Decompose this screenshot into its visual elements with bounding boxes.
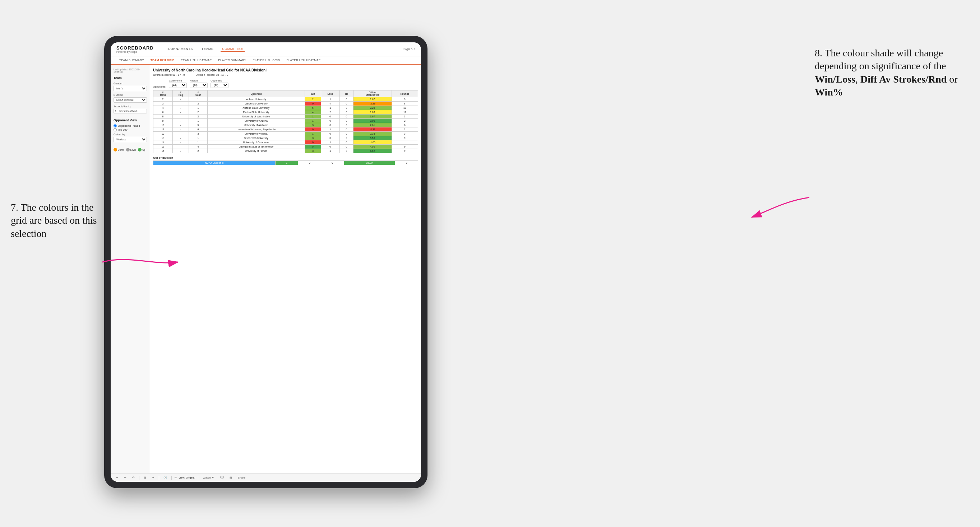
legend-level-dot — [126, 148, 130, 151]
annotation-right: 8. The colour shade will change dependin… — [815, 47, 966, 99]
tools-button[interactable]: ✂ — [151, 475, 156, 480]
opponent-filter: Opponent (All) — [210, 79, 229, 88]
tablet-frame: SCOREBOARD Powered by clippd TOURNAMENTS… — [104, 36, 428, 488]
back-button[interactable]: ↶ — [131, 475, 136, 480]
table-row: 14-1 University of Oklahoma 0 10 -1.00 — [153, 140, 418, 144]
watch-button[interactable]: Watch ▼ — [201, 475, 216, 480]
col-conf: #Conf — [189, 90, 207, 97]
main-content: Last Updated: 27/03/2024 16:55:38 Team G… — [111, 65, 421, 473]
tab-player-summary[interactable]: PLAYER SUMMARY — [215, 56, 249, 64]
opponent-view-group: Opponents Played Top 100 — [113, 124, 147, 132]
filters-row: Opponents: Conference (All) Region (All) — [153, 79, 418, 88]
tab-team-h2h-heatmap[interactable]: TEAM H2H HEATMAP — [178, 56, 215, 64]
division-select[interactable]: NCAA Division I — [113, 97, 147, 103]
out-of-division-header: Out of division — [153, 156, 418, 159]
school-input[interactable] — [113, 109, 147, 113]
toolbar: ↩ ↪ ↶ ⊞ ✂ 🕐 👁 View: Original Watch ▼ 💬 ⊞… — [111, 473, 421, 482]
view-label: 👁 View: Original — [175, 476, 195, 479]
opponent-select[interactable]: (All) — [210, 83, 229, 88]
legend-up-dot — [138, 148, 142, 151]
table-row: 15-4 Georgia Institute of Technology 5 0… — [153, 144, 418, 149]
table-row: 4-1 Arizona State University 5 10 2.28 1… — [153, 106, 418, 110]
clock-button[interactable]: 🕐 — [162, 475, 169, 480]
col-rank: #Rank — [153, 90, 173, 97]
sidebar: Last Updated: 27/03/2024 16:55:38 Team G… — [111, 65, 150, 473]
grid-area: University of North Carolina Head-to-Hea… — [150, 65, 421, 473]
grid-title: University of North Carolina Head-to-Hea… — [153, 68, 418, 72]
colour-by-label: Colour by — [113, 133, 147, 136]
logo-area: SCOREBOARD Powered by clippd — [116, 45, 154, 53]
redo-button[interactable]: ↪ — [123, 475, 128, 480]
opponent-view-title: Opponent View — [113, 119, 147, 122]
legend-up: Up — [138, 148, 145, 151]
annotation-left: 7. The colours in the grid are based on … — [11, 201, 97, 240]
data-table: #Rank #Reg #Conf Opponent Win Loss Tie D… — [153, 90, 418, 153]
col-opponent: Opponent — [207, 90, 305, 97]
gender-select[interactable]: Men's — [113, 86, 147, 91]
opponents-filter-label: Opponents: — [153, 86, 166, 88]
app-header: SCOREBOARD Powered by clippd TOURNAMENTS… — [111, 42, 421, 56]
sub-nav: TEAM SUMMARY TEAM H2H GRID TEAM H2H HEAT… — [111, 56, 421, 65]
nav-teams[interactable]: TEAMS — [200, 46, 215, 52]
table-row: 6-2 Florida State University 4 20 1.83 1… — [153, 110, 418, 114]
tab-team-summary[interactable]: TEAM SUMMARY — [116, 56, 147, 64]
region-filter: Region (All) — [190, 79, 208, 88]
comment-button[interactable]: 💬 — [219, 475, 225, 480]
division-record-label: Division Record: 88 - 17 - 0 — [196, 73, 228, 76]
tablet-screen: SCOREBOARD Powered by clippd TOURNAMENTS… — [111, 42, 421, 482]
table-row: 11-6 University of Arkansas, Fayettevill… — [153, 127, 418, 132]
overall-record-label: Overall Record: 89 - 17 - 0 — [153, 73, 185, 76]
view-icon: 👁 — [175, 476, 177, 479]
nav-committee[interactable]: COMMITTEE — [221, 46, 245, 52]
out-of-division-table: NCAA Division II 1 0 0 26.00 3 — [153, 160, 418, 165]
legend-down-dot — [113, 148, 117, 151]
logo-sub: Powered by clippd — [116, 51, 154, 53]
col-loss: Loss — [321, 90, 339, 97]
school-label: School (Rank) — [113, 105, 147, 108]
legend-level: Level — [126, 148, 136, 151]
right-arrow — [745, 194, 816, 222]
toolbar-divider4 — [198, 476, 198, 480]
col-diff: Diff AvStrokes/Rnd — [353, 90, 392, 97]
col-reg: #Reg — [172, 90, 189, 97]
header-divider — [396, 47, 396, 52]
grid-records: Overall Record: 89 - 17 - 0 Division Rec… — [153, 73, 418, 76]
conference-filter: Conference (All) — [169, 79, 187, 88]
tab-player-h2h-heatmap[interactable]: PLAYER H2H HEATMAP — [283, 56, 323, 64]
tab-team-h2h-grid[interactable]: TEAM H2H GRID — [148, 56, 177, 65]
division-label: Division — [113, 93, 147, 97]
legend-down: Down — [113, 148, 124, 151]
table-row: 9-1 University of Arizona 1 00 9.00 2 — [153, 119, 418, 123]
table-row: 16-2 University of Florida 3 10 6.62 9 — [153, 149, 418, 153]
legend-area: Down Level Up — [113, 148, 147, 151]
crop-button[interactable]: ⊞ — [142, 475, 148, 480]
tab-player-h2h-grid[interactable]: PLAYER H2H GRID — [250, 56, 283, 64]
sign-out-link[interactable]: Sign out — [403, 48, 415, 51]
table-row: 10-5 University of Alabama 3 00 2.61 8 — [153, 123, 418, 127]
gender-label: Gender — [113, 82, 147, 85]
conference-select[interactable]: (All) — [169, 83, 187, 88]
radio-opponents-played[interactable]: Opponents Played — [113, 124, 147, 127]
undo-button[interactable]: ↩ — [114, 475, 119, 480]
share-button[interactable]: Share — [236, 475, 247, 480]
col-win: Win — [305, 90, 321, 97]
table-row: NCAA Division II 1 0 0 26.00 3 — [153, 161, 418, 165]
nav-tournaments[interactable]: TOURNAMENTS — [164, 46, 194, 52]
table-row: 12-3 University of Virginia 1 00 2.33 3 — [153, 132, 418, 136]
team-section-title: Team — [113, 76, 147, 80]
last-updated: Last Updated: 27/03/2024 16:55:38 — [113, 68, 147, 73]
toolbar-divider3 — [171, 476, 172, 480]
toolbar-divider1 — [139, 476, 139, 480]
table-row: 8-2 University of Washington 1 00 3.67 3 — [153, 114, 418, 119]
table-row: 3-2 Vanderbilt University 0 40 -2.29 8 — [153, 102, 418, 106]
colour-by-select[interactable]: Win/loss — [113, 137, 147, 142]
layout-button[interactable]: ⊞ — [228, 475, 234, 480]
logo-text: SCOREBOARD — [116, 45, 154, 51]
region-select[interactable]: (All) — [190, 83, 208, 88]
table-row: 2-1 Auburn University 2 10 1.67 9 — [153, 97, 418, 102]
table-row: 13-1 Texas Tech University 3 00 5.56 9 — [153, 136, 418, 140]
col-rounds: Rounds — [391, 90, 418, 97]
col-tie: Tie — [339, 90, 353, 97]
radio-top-100[interactable]: Top 100 — [113, 128, 147, 132]
nav-links: TOURNAMENTS TEAMS COMMITTEE — [164, 46, 389, 52]
